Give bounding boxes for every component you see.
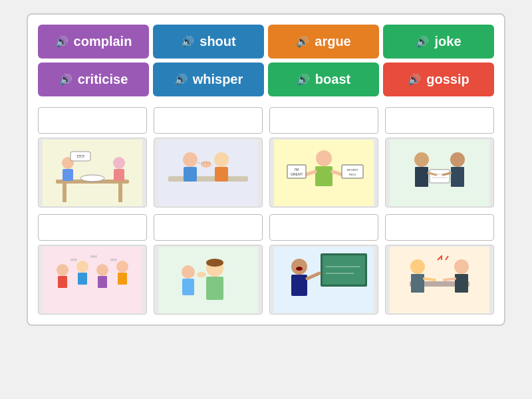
svg-rect-73 (455, 274, 468, 293)
svg-rect-48 (118, 273, 127, 285)
image-box-r1-c3 (385, 245, 494, 315)
match-col-r1-c0: ᵸᵸ ᵸᵸ ᵸᵸ (38, 214, 147, 315)
svg-rect-21 (315, 166, 332, 186)
word-btn-complain[interactable]: 🔊complain (38, 25, 149, 59)
match-col-r1-c3 (385, 214, 494, 315)
drop-box-r1-c0[interactable] (38, 214, 147, 241)
svg-point-47 (116, 261, 128, 273)
drop-box-r1-c1[interactable] (154, 214, 263, 241)
svg-text:ᵸᵸ: ᵸᵸ (70, 257, 77, 265)
word-btn-argue[interactable]: 🔊argue (268, 25, 379, 59)
svg-line-74 (424, 279, 435, 280)
drop-box-r1-c2[interactable] (269, 214, 378, 241)
match-area-row2: ᵸᵸ ᵸᵸ ᵸᵸ (38, 214, 494, 315)
svg-text:RICH: RICH (349, 173, 356, 176)
match-area-row1: !?!? I'M GREAT! I'M VERY RICH (38, 107, 494, 207)
speaker-icon-gossip: 🔊 (408, 73, 421, 86)
match-col-r0-c0: !?!? (38, 107, 147, 207)
image-box-r0-c0: !?!? (38, 138, 147, 207)
image-box-r1-c2 (269, 245, 378, 315)
svg-line-75 (444, 279, 455, 280)
svg-point-7 (113, 157, 125, 169)
svg-rect-6 (63, 169, 73, 181)
svg-rect-42 (58, 276, 67, 288)
speaker-icon-criticise: 🔊 (59, 73, 72, 86)
svg-rect-35 (430, 170, 450, 183)
svg-rect-11 (158, 140, 258, 206)
svg-rect-44 (78, 273, 87, 285)
speaker-icon-complain: 🔊 (55, 35, 68, 48)
image-box-r1-c1 (154, 245, 263, 315)
svg-point-20 (316, 150, 332, 166)
svg-rect-46 (98, 276, 107, 288)
svg-rect-24 (287, 165, 306, 178)
drop-box-r0-c0[interactable] (38, 107, 147, 134)
svg-text:!?!?: !?!? (76, 154, 84, 159)
speaker-icon-joke: 🔊 (416, 35, 429, 48)
svg-point-45 (96, 264, 108, 276)
svg-text:I'M VERY: I'M VERY (346, 168, 358, 172)
svg-text:GREAT!: GREAT! (291, 172, 303, 176)
svg-rect-12 (168, 176, 248, 182)
svg-rect-34 (451, 167, 464, 187)
svg-rect-3 (118, 184, 122, 202)
svg-point-72 (454, 259, 469, 274)
word-btn-whisper[interactable]: 🔊whisper (153, 63, 264, 96)
svg-point-13 (183, 152, 198, 167)
svg-text:ᵸᵸ: ᵸᵸ (110, 257, 117, 265)
svg-rect-54 (206, 277, 223, 300)
svg-rect-16 (215, 167, 228, 182)
svg-point-41 (57, 264, 68, 276)
speaker-icon-boast: 🔊 (297, 73, 310, 86)
word-btn-criticise[interactable]: 🔊criticise (38, 63, 149, 96)
svg-rect-71 (411, 274, 424, 293)
speaker-icon-whisper: 🔊 (174, 73, 188, 86)
svg-rect-65 (291, 275, 307, 296)
speaker-icon-argue: 🔊 (296, 35, 309, 48)
svg-rect-32 (415, 167, 428, 187)
svg-text:I'M: I'M (295, 168, 299, 172)
image-box-r0-c3 (385, 138, 494, 207)
drop-box-r1-c3[interactable] (385, 214, 494, 241)
svg-point-56 (182, 265, 195, 279)
svg-point-58 (197, 272, 206, 277)
match-col-r1-c2 (269, 214, 378, 315)
match-col-r0-c2: I'M GREAT! I'M VERY RICH (269, 107, 378, 207)
image-box-r0-c2: I'M GREAT! I'M VERY RICH (269, 138, 378, 207)
svg-point-17 (201, 161, 211, 168)
word-btn-gossip[interactable]: 🔊gossip (383, 63, 494, 96)
svg-point-31 (414, 152, 429, 167)
drop-box-r0-c2[interactable] (269, 107, 378, 134)
svg-point-33 (450, 152, 465, 167)
svg-rect-8 (114, 169, 124, 181)
word-buttons-grid: 🔊complain🔊shout🔊argue🔊joke🔊criticise🔊whi… (38, 25, 494, 96)
svg-point-70 (410, 259, 425, 274)
speaker-icon-shout: 🔊 (181, 35, 194, 48)
svg-point-15 (214, 152, 229, 167)
main-container: 🔊complain🔊shout🔊argue🔊joke🔊criticise🔊whi… (27, 13, 505, 326)
word-btn-shout[interactable]: 🔊shout (153, 25, 264, 59)
svg-rect-61 (323, 255, 365, 285)
image-box-r1-c0: ᵸᵸ ᵸᵸ ᵸᵸ (38, 245, 147, 315)
drop-box-r0-c3[interactable] (385, 107, 494, 134)
svg-point-43 (76, 261, 88, 273)
svg-point-67 (296, 267, 303, 271)
svg-point-4 (80, 175, 104, 182)
match-col-r1-c1 (154, 214, 263, 315)
svg-rect-27 (342, 165, 363, 178)
svg-rect-68 (390, 247, 489, 313)
word-btn-joke[interactable]: 🔊joke (383, 25, 494, 59)
match-col-r0-c3 (385, 107, 494, 207)
match-col-r0-c1 (154, 107, 263, 207)
svg-rect-14 (184, 167, 197, 182)
svg-rect-2 (63, 184, 66, 202)
drop-box-r0-c1[interactable] (154, 107, 263, 134)
word-btn-boast[interactable]: 🔊boast (268, 63, 379, 96)
image-box-r0-c1 (154, 138, 263, 207)
svg-text:ᵸᵸ: ᵸᵸ (90, 254, 97, 261)
svg-rect-0 (43, 140, 142, 206)
svg-rect-57 (182, 279, 194, 295)
svg-point-55 (206, 259, 223, 267)
